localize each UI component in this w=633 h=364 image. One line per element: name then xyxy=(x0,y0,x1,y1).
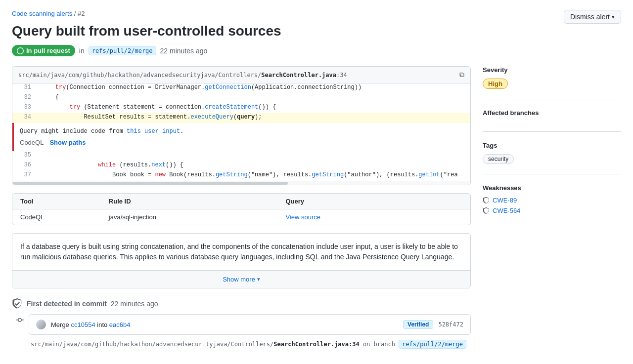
breadcrumb-separator: / xyxy=(74,10,78,17)
commit-sha: 528f472 xyxy=(438,321,463,328)
shield-icon xyxy=(483,197,490,204)
more-code-lines: 35 36 while (results.next()) { 37 xyxy=(12,151,470,181)
dismiss-alert-button[interactable]: Dismiss alert ▾ xyxy=(564,10,621,24)
code-lines: 31 try(Connection connection = DriverMan… xyxy=(12,83,470,123)
first-detected-label: First detected in commit xyxy=(27,300,107,308)
line-code: try(Connection connection = DriverManage… xyxy=(37,83,470,93)
tags-section: Tags security xyxy=(483,142,621,174)
breadcrumb-link[interactable]: Code scanning alerts xyxy=(12,10,72,17)
affected-branches-label: Affected branches xyxy=(483,109,621,117)
avatar xyxy=(36,320,46,329)
query-col-header: Query xyxy=(285,198,462,205)
shield-icon xyxy=(17,47,24,54)
user-link[interactable]: user xyxy=(144,128,159,135)
alert-text: Query might include code from this user … xyxy=(20,128,464,135)
breadcrumb-issue: #2 xyxy=(78,10,85,17)
chevron-down-icon: ▾ xyxy=(257,276,260,283)
line-code: while (results.next()) { xyxy=(37,161,470,171)
table-row: 32 { xyxy=(12,93,470,103)
shield-check-icon xyxy=(12,298,23,309)
weaknesses-label: Weaknesses xyxy=(483,184,621,192)
first-detected-time: 22 minutes ago xyxy=(111,300,158,308)
table-row: 34 ResultSet results = statement.execute… xyxy=(12,113,470,123)
description-text: If a database query is built using strin… xyxy=(12,234,470,271)
refs-badge: refs/pull/2/merge xyxy=(89,46,156,55)
line-number: 31 xyxy=(12,83,37,93)
severity-value: High xyxy=(483,79,508,89)
status-label: In pull request xyxy=(26,47,70,54)
tag-badge: security xyxy=(483,154,514,164)
dismiss-label: Dismiss alert xyxy=(570,13,610,21)
rule-id-value: java/sql-injection xyxy=(109,213,286,221)
input-link[interactable]: input xyxy=(162,128,180,135)
cwe-564-link[interactable]: CWE-564 xyxy=(493,207,520,214)
line-number: 33 xyxy=(12,103,37,113)
line-number: 35 xyxy=(12,151,37,161)
table-row: 31 try(Connection connection = DriverMan… xyxy=(12,83,470,93)
code-table: 31 try(Connection connection = DriverMan… xyxy=(12,83,470,123)
more-code-table: 35 36 while (results.next()) { 37 xyxy=(12,151,470,181)
line-number: 36 xyxy=(12,161,37,171)
severity-label: Severity xyxy=(483,66,621,74)
table-row: 35 xyxy=(12,151,470,161)
tool-col-header: Tool xyxy=(20,198,109,205)
code-header: src/main/java/com/github/hackathon/advan… xyxy=(12,67,470,83)
git-commit-icon xyxy=(16,316,24,324)
show-more-link[interactable]: Show more xyxy=(223,276,255,283)
tool-table: Tool Rule ID Query CodeQL java/sql-injec… xyxy=(12,193,471,225)
shield-icon xyxy=(483,207,490,214)
commit-hash-link-1[interactable]: cc10554 xyxy=(71,321,95,328)
table-row: 33 try (Statement statement = connection… xyxy=(12,103,470,113)
weakness-item: CWE-89 xyxy=(483,197,621,204)
rule-col-header: Rule ID xyxy=(109,198,286,205)
chevron-down-icon: ▾ xyxy=(612,14,615,20)
description-box: If a database query is built using strin… xyxy=(12,233,471,288)
severity-section: Severity High xyxy=(483,66,621,99)
status-row: In pull request in refs/pull/2/merge 22 … xyxy=(12,45,621,56)
show-paths-link[interactable]: Show paths xyxy=(49,139,86,146)
status-badge: In pull request xyxy=(12,45,75,56)
tags-label: Tags xyxy=(483,142,621,149)
cwe-89-link[interactable]: CWE-89 xyxy=(493,197,517,204)
line-number: 32 xyxy=(12,93,37,103)
code-block: src/main/java/com/github/hackathon/advan… xyxy=(12,66,471,185)
commit-file-info: src/main/java/com/github/hackathon/advan… xyxy=(29,338,471,351)
weaknesses-section: Weaknesses CWE-89 CWE-564 xyxy=(483,184,621,227)
this-link[interactable]: this xyxy=(127,128,141,135)
tool-table-header: Tool Rule ID Query xyxy=(12,194,470,209)
horizontal-scrollbar[interactable] xyxy=(12,181,470,185)
status-prefix: in xyxy=(79,47,85,55)
view-source-link[interactable]: View source xyxy=(285,213,462,221)
commit-card: Merge cc10554 into eac6b4 Verified 528f4… xyxy=(29,314,471,335)
commit-message: Merge cc10554 into eac6b4 xyxy=(51,321,398,328)
tool-table-row: CodeQL java/sql-injection View source xyxy=(12,209,470,225)
line-code: { xyxy=(37,93,470,103)
timeline: First detected in commit 22 minutes ago xyxy=(12,298,471,351)
line-number: 37 xyxy=(12,171,37,181)
table-row: 37 Book book = new Book(results.getStrin… xyxy=(12,171,470,181)
scroll-thumb[interactable] xyxy=(13,182,288,185)
alert-actions: CodeQL Show paths xyxy=(20,139,464,146)
affected-branches-section: Affected branches xyxy=(483,109,621,132)
weakness-item: CWE-564 xyxy=(483,207,621,214)
codeql-label: CodeQL xyxy=(20,139,44,146)
first-detected-row: First detected in commit 22 minutes ago xyxy=(12,298,471,309)
line-code: ResultSet results = statement.executeQue… xyxy=(37,113,470,123)
copy-icon[interactable]: ⧉ xyxy=(459,71,464,79)
line-number: 34 xyxy=(12,113,37,123)
status-time: 22 minutes ago xyxy=(160,47,208,55)
line-code xyxy=(37,151,470,161)
tool-value: CodeQL xyxy=(20,213,109,221)
show-more-button[interactable]: Show more ▾ xyxy=(12,271,470,288)
alert-box: Query might include code from this user … xyxy=(12,123,470,151)
breadcrumb: Code scanning alerts / #2 xyxy=(12,10,621,17)
line-code: try (Statement statement = connection.cr… xyxy=(37,103,470,113)
branch-badge: refs/pull/2/merge xyxy=(399,340,466,349)
commit-hash-link-2[interactable]: eac6b4 xyxy=(109,321,131,328)
file-path: src/main/java/com/github/hackathon/advan… xyxy=(18,72,347,79)
table-row: 36 while (results.next()) { xyxy=(12,161,470,171)
line-code: Book book = new Book(results.getString("… xyxy=(37,171,470,181)
right-sidebar: Severity High Affected branches Tags sec… xyxy=(483,66,621,237)
page-title: Query built from user-controlled sources xyxy=(12,23,621,39)
verified-badge: Verified xyxy=(403,320,433,329)
